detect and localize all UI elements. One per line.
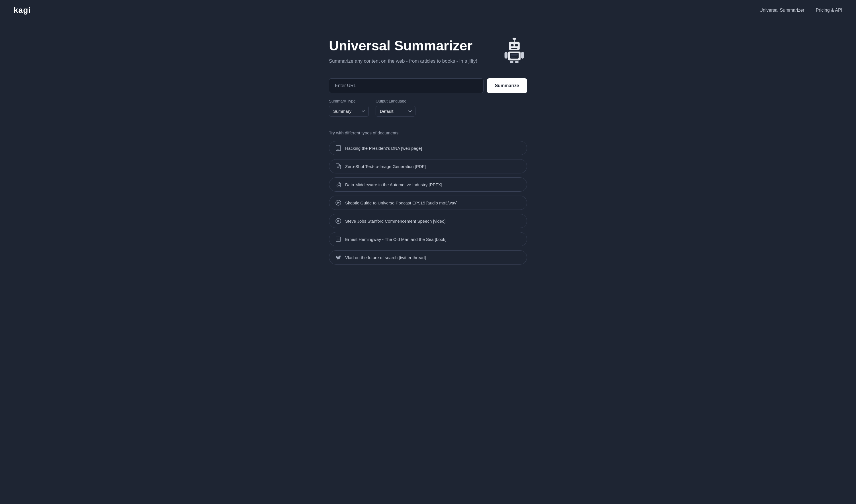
hero-subtitle: Summarize any content on the web - from … xyxy=(329,57,492,65)
video-icon xyxy=(336,218,341,224)
svg-marker-24 xyxy=(337,202,340,204)
example-item-3[interactable]: Skeptic Guide to Universe Podcast EP915 … xyxy=(329,196,527,210)
nav-item-pricing[interactable]: Pricing & API xyxy=(816,8,842,13)
example-text-6: Vlad on the future of search [twitter th… xyxy=(345,255,426,260)
example-text-5: Ernest Hemingway - The Old Man and the S… xyxy=(345,237,446,242)
example-text-4: Steve Jobs Stanford Commencement Speech … xyxy=(345,219,446,223)
hero-section: Universal Summarizer Summarize any conte… xyxy=(329,38,527,65)
example-item-0[interactable]: Hacking the President’s DNA [web page] xyxy=(329,141,527,155)
svg-rect-14 xyxy=(521,52,524,59)
example-item-1[interactable]: Zero-Shot Text-to-Image Generation [PDF] xyxy=(329,159,527,174)
summary-type-group: Summary Type Summary Takeaway Key Points… xyxy=(329,99,369,117)
svg-rect-1 xyxy=(513,38,516,40)
document-icon xyxy=(336,145,341,151)
example-item-5[interactable]: Ernest Hemingway - The Old Man and the S… xyxy=(329,232,527,246)
example-text-2: Data Middleware in the Automotive Indust… xyxy=(345,182,442,187)
url-input[interactable] xyxy=(329,78,483,93)
robot-illustration xyxy=(501,38,527,63)
example-item-4[interactable]: Steve Jobs Stanford Commencement Speech … xyxy=(329,214,527,228)
audio-icon xyxy=(336,200,341,205)
svg-rect-5 xyxy=(511,48,517,49)
svg-rect-4 xyxy=(515,44,518,47)
svg-rect-21 xyxy=(337,185,338,186)
example-text-1: Zero-Shot Text-to-Image Generation [PDF] xyxy=(345,164,426,169)
logo[interactable]: kagi xyxy=(14,6,31,15)
nav-item-summarizer[interactable]: Universal Summarizer xyxy=(760,8,804,13)
svg-marker-26 xyxy=(337,220,340,222)
output-language-select[interactable]: Default English Spanish French German Ja… xyxy=(376,106,415,117)
examples-list: Hacking the President’s DNA [web page] Z… xyxy=(329,141,527,265)
svg-rect-12 xyxy=(515,61,518,63)
hero-title: Universal Summarizer xyxy=(329,38,492,54)
svg-rect-3 xyxy=(511,44,514,47)
summarize-button[interactable]: Summarize xyxy=(487,78,527,93)
book-icon xyxy=(336,236,341,242)
options-row: Summary Type Summary Takeaway Key Points… xyxy=(329,99,527,117)
pptx-icon xyxy=(336,182,341,187)
example-item-2[interactable]: Data Middleware in the Automotive Indust… xyxy=(329,177,527,192)
summary-type-select[interactable]: Summary Takeaway Key Points Timeline xyxy=(329,106,369,117)
header: kagi Universal Summarizer Pricing & API xyxy=(0,0,856,20)
twitter-icon xyxy=(336,255,341,260)
example-item-6[interactable]: Vlad on the future of search [twitter th… xyxy=(329,250,527,265)
url-input-row: Summarize xyxy=(329,78,527,93)
example-text-0: Hacking the President’s DNA [web page] xyxy=(345,146,422,151)
nav: Universal Summarizer Pricing & API xyxy=(760,8,842,13)
hero-text: Universal Summarizer Summarize any conte… xyxy=(329,38,492,65)
robot-icon xyxy=(501,38,527,63)
main-content: Universal Summarizer Summarize any conte… xyxy=(320,38,536,265)
examples-label: Try with different types of documents: xyxy=(329,130,527,135)
output-language-group: Output Language Default English Spanish … xyxy=(376,99,415,117)
svg-rect-13 xyxy=(505,52,508,59)
example-text-3: Skeptic Guide to Universe Podcast EP915 … xyxy=(345,200,457,205)
output-language-label: Output Language xyxy=(376,99,415,103)
pdf-icon xyxy=(336,163,341,169)
summary-type-label: Summary Type xyxy=(329,99,369,103)
svg-rect-11 xyxy=(510,61,513,63)
